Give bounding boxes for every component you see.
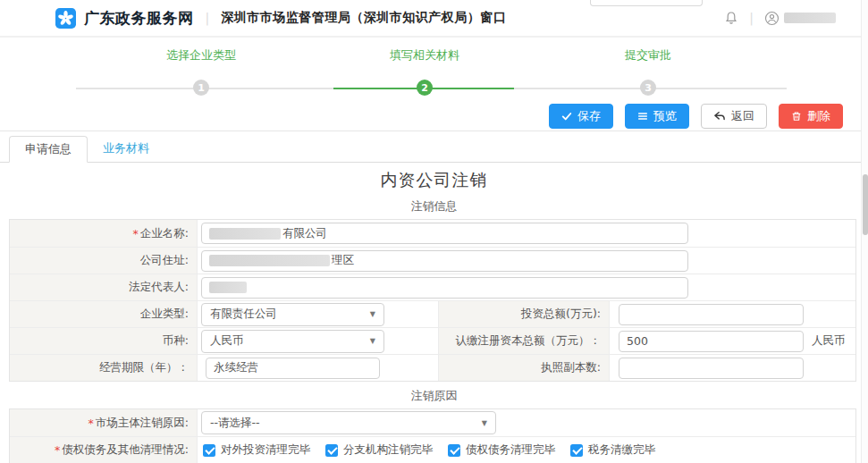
capital-currency-suffix: 人民币 bbox=[812, 333, 846, 349]
step-label: 填写相关材料 bbox=[390, 47, 459, 63]
chevron-down-icon: ▼ bbox=[370, 337, 375, 345]
save-button[interactable]: 保存 bbox=[549, 104, 613, 129]
deregistration-reason-form: * 市场主体注销原因: --请选择-- ▼ * 债权债务及其他清理情况: 对外投… bbox=[9, 408, 856, 463]
section-title-info: 注销信息 bbox=[0, 198, 868, 215]
form-row-cleanup-status: * 债权债务及其他清理情况: 对外投资清理完毕 分支机构注销完毕 债权债务清理 bbox=[10, 436, 855, 463]
checkbox-debts-cleared[interactable]: 债权债务清理完毕 bbox=[448, 442, 555, 458]
field-label: 公司住址: bbox=[10, 248, 198, 274]
app-window: 广东政务服务网 | 深圳市市场监督管理局（深圳市知识产权局）窗口 | bbox=[0, 0, 868, 463]
list-icon bbox=[637, 111, 648, 122]
back-button-label: 返回 bbox=[731, 108, 754, 124]
step-number-badge: 1 bbox=[193, 80, 209, 96]
preview-button-label: 预览 bbox=[653, 108, 677, 124]
field-label: 企业类型: bbox=[10, 301, 198, 327]
preview-button[interactable]: 预览 bbox=[625, 104, 689, 129]
form-row-currency-capital: 币种: 人民币 ▼ 认缴注册资本总额（万元）： 人民币 bbox=[10, 327, 855, 354]
bell-icon bbox=[724, 11, 738, 25]
step-label: 提交审批 bbox=[625, 47, 671, 63]
deregistration-info-form: * 企业名称: 有限公司 公司住址: 理区 bbox=[9, 219, 856, 382]
user-name-redacted bbox=[784, 13, 836, 23]
delete-button[interactable]: 删除 bbox=[779, 104, 843, 129]
progress-stepper: 选择企业类型 1 填写相关材料 2 提交审批 3 bbox=[0, 38, 868, 100]
redacted-value bbox=[209, 228, 281, 240]
checkbox-checked-icon bbox=[570, 444, 583, 457]
tab-bar: 申请信息 业务材料 bbox=[0, 131, 868, 163]
header-divider: | bbox=[206, 11, 210, 25]
field-label: 认缴注册资本总额（万元）： bbox=[438, 328, 610, 354]
form-row-enterprise-name: * 企业名称: 有限公司 bbox=[10, 220, 855, 247]
top-overlay-remnant bbox=[590, 0, 703, 6]
checkbox-external-investment-cleared[interactable]: 对外投资清理完毕 bbox=[203, 442, 310, 458]
currency-select[interactable]: 人民币 ▼ bbox=[201, 330, 384, 353]
field-label: 投资总额(万元): bbox=[438, 301, 610, 327]
save-button-label: 保存 bbox=[577, 108, 601, 124]
checkbox-checked-icon bbox=[448, 444, 460, 457]
license-copies-input[interactable] bbox=[619, 358, 804, 379]
checkbox-checked-icon bbox=[203, 444, 215, 457]
section-title-reason: 注销原因 bbox=[0, 388, 868, 404]
notifications-button[interactable] bbox=[724, 11, 738, 25]
back-arrow-icon bbox=[713, 111, 726, 122]
redacted-value bbox=[209, 255, 330, 266]
form-row-type-investment: 企业类型: 有限责任公司 ▼ 投资总额(万元): bbox=[10, 300, 855, 327]
action-toolbar: 保存 预览 返回 删除 bbox=[0, 100, 868, 131]
chevron-down-icon: ▼ bbox=[482, 419, 487, 427]
tab-application-info[interactable]: 申请信息 bbox=[9, 136, 88, 163]
form-row-cancellation-reason: * 市场主体注销原因: --请选择-- ▼ bbox=[10, 409, 855, 436]
field-label: * 债权债务及其他清理情况: bbox=[10, 437, 198, 463]
brand-title: 广东政务服务网 bbox=[84, 8, 194, 29]
field-label: 执照副本数: bbox=[438, 355, 610, 381]
company-address-input[interactable]: 理区 bbox=[201, 250, 688, 272]
cancellation-reason-select[interactable]: --请选择-- ▼ bbox=[201, 411, 496, 434]
gdzwfw-logo-icon bbox=[55, 8, 76, 29]
enterprise-type-select[interactable]: 有限责任公司 ▼ bbox=[201, 303, 384, 326]
scrollbar-thumb[interactable] bbox=[863, 174, 868, 235]
page-title: 内资公司注销 bbox=[0, 169, 868, 192]
window-title: 深圳市市场监督管理局（深圳市知识产权局）窗口 bbox=[221, 10, 506, 26]
form-row-company-address: 公司住址: 理区 bbox=[10, 247, 855, 274]
step-label: 选择企业类型 bbox=[166, 47, 236, 63]
check-icon bbox=[561, 111, 572, 122]
step-number-badge: 2 bbox=[417, 80, 433, 96]
back-button[interactable]: 返回 bbox=[701, 104, 767, 129]
checkbox-taxes-settled[interactable]: 税务清缴完毕 bbox=[570, 442, 655, 458]
registered-capital-input[interactable] bbox=[619, 331, 804, 352]
scrollbar-track bbox=[861, 0, 868, 463]
field-label: 法定代表人: bbox=[10, 274, 198, 300]
step-submit-approval[interactable]: 提交审批 3 bbox=[536, 47, 760, 96]
field-label: 经营期限（年）： bbox=[10, 355, 198, 381]
header: 广东政务服务网 | 深圳市市场监督管理局（深圳市知识产权局）窗口 | bbox=[0, 0, 868, 38]
form-row-legal-representative: 法定代表人: bbox=[10, 274, 855, 300]
delete-button-label: 删除 bbox=[807, 108, 830, 124]
investment-total-input[interactable] bbox=[619, 304, 804, 325]
field-label: * 市场主体注销原因: bbox=[10, 409, 198, 436]
header-divider: | bbox=[749, 11, 754, 25]
redacted-value bbox=[209, 282, 247, 293]
user-icon bbox=[764, 11, 780, 26]
checkbox-checked-icon bbox=[325, 444, 338, 457]
step-select-enterprise-type[interactable]: 选择企业类型 1 bbox=[89, 47, 313, 96]
enterprise-name-input[interactable]: 有限公司 bbox=[201, 223, 688, 244]
step-number-badge: 3 bbox=[640, 80, 656, 96]
chevron-down-icon: ▼ bbox=[370, 310, 375, 318]
field-label: 币种: bbox=[10, 328, 198, 354]
step-fill-materials[interactable]: 填写相关材料 2 bbox=[313, 47, 536, 96]
business-term-input[interactable] bbox=[206, 358, 380, 379]
trash-icon bbox=[791, 111, 802, 122]
legal-representative-input[interactable] bbox=[201, 277, 688, 299]
tab-business-materials[interactable]: 业务材料 bbox=[88, 136, 164, 163]
user-menu[interactable] bbox=[764, 11, 836, 26]
checkbox-branches-deregistered[interactable]: 分支机构注销完毕 bbox=[325, 442, 433, 458]
field-label: * 企业名称: bbox=[10, 220, 198, 247]
form-row-term-license: 经营期限（年）： 执照副本数: bbox=[10, 354, 855, 381]
